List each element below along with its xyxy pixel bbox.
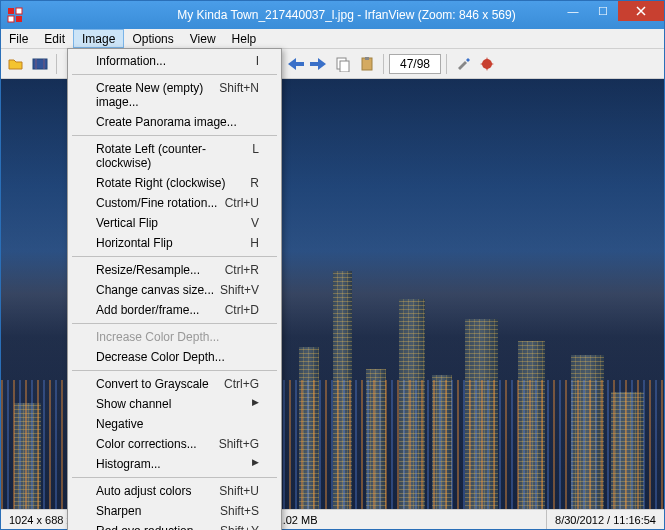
menu-separator: [72, 370, 277, 371]
app-icon: [7, 7, 23, 23]
copy-button[interactable]: [332, 53, 354, 75]
menu-separator: [72, 323, 277, 324]
menu-decrease-depth[interactable]: Decrease Color Depth...: [70, 347, 279, 367]
menu-rotate-right[interactable]: Rotate Right (clockwise)R: [70, 173, 279, 193]
open-button[interactable]: [5, 53, 27, 75]
toolbar-separator: [446, 54, 447, 74]
menu-custom-rotation[interactable]: Custom/Fine rotation...Ctrl+U: [70, 193, 279, 213]
menu-separator: [72, 135, 277, 136]
toolbar-separator: [383, 54, 384, 74]
menu-create-new[interactable]: Create New (empty) image...Shift+N: [70, 78, 279, 112]
menu-options[interactable]: Options: [124, 29, 181, 48]
svg-rect-6: [43, 59, 45, 69]
menu-rotate-left[interactable]: Rotate Left (counter-clockwise)L: [70, 139, 279, 173]
menu-histogram[interactable]: Histogram...▶: [70, 454, 279, 474]
menu-red-eye[interactable]: Red eye reduction (selection)Shift+Y: [70, 521, 279, 530]
menu-sharpen[interactable]: SharpenShift+S: [70, 501, 279, 521]
menu-help[interactable]: Help: [224, 29, 265, 48]
svg-rect-3: [16, 16, 22, 22]
menu-view[interactable]: View: [182, 29, 224, 48]
slideshow-button[interactable]: [29, 53, 51, 75]
window-controls: — ☐: [558, 1, 664, 21]
app-window: My Kinda Town_217440037_l.jpg - IrfanVie…: [0, 0, 665, 530]
image-menu-dropdown: Information...I Create New (empty) image…: [67, 48, 282, 530]
menu-separator: [72, 477, 277, 478]
next-button[interactable]: [308, 53, 330, 75]
status-datetime: 8/30/2012 / 11:16:54: [547, 510, 664, 529]
close-button[interactable]: [618, 1, 664, 21]
svg-rect-0: [8, 8, 14, 14]
tools-button[interactable]: [476, 53, 498, 75]
menubar: File Edit Image Options View Help: [1, 29, 664, 49]
svg-rect-8: [340, 61, 349, 72]
menu-separator: [72, 74, 277, 75]
svg-rect-5: [35, 59, 37, 69]
menu-create-panorama[interactable]: Create Panorama image...: [70, 112, 279, 132]
svg-rect-2: [8, 16, 14, 22]
menu-add-border[interactable]: Add border/frame...Ctrl+D: [70, 300, 279, 320]
titlebar[interactable]: My Kinda Town_217440037_l.jpg - IrfanVie…: [1, 1, 664, 29]
menu-image[interactable]: Image: [73, 29, 124, 48]
toolbar-separator: [56, 54, 57, 74]
submenu-arrow-icon: ▶: [252, 397, 259, 411]
prev-button[interactable]: [284, 53, 306, 75]
minimize-button[interactable]: —: [558, 1, 588, 21]
maximize-button[interactable]: ☐: [588, 1, 618, 21]
menu-information[interactable]: Information...I: [70, 51, 279, 71]
svg-point-11: [482, 59, 492, 69]
menu-edit[interactable]: Edit: [36, 29, 73, 48]
menu-auto-adjust[interactable]: Auto adjust colorsShift+U: [70, 481, 279, 501]
menu-horizontal-flip[interactable]: Horizontal FlipH: [70, 233, 279, 253]
menu-color-corrections[interactable]: Color corrections...Shift+G: [70, 434, 279, 454]
menu-show-channel[interactable]: Show channel▶: [70, 394, 279, 414]
settings-button[interactable]: [452, 53, 474, 75]
nav-counter[interactable]: 47/98: [389, 54, 441, 74]
svg-rect-1: [16, 8, 22, 14]
paste-button[interactable]: [356, 53, 378, 75]
menu-negative[interactable]: Negative: [70, 414, 279, 434]
submenu-arrow-icon: ▶: [252, 457, 259, 471]
menu-resize[interactable]: Resize/Resample...Ctrl+R: [70, 260, 279, 280]
svg-rect-10: [365, 57, 369, 60]
menu-file[interactable]: File: [1, 29, 36, 48]
menu-grayscale[interactable]: Convert to GrayscaleCtrl+G: [70, 374, 279, 394]
menu-canvas-size[interactable]: Change canvas size...Shift+V: [70, 280, 279, 300]
menu-separator: [72, 256, 277, 257]
menu-increase-depth: Increase Color Depth...: [70, 327, 279, 347]
menu-vertical-flip[interactable]: Vertical FlipV: [70, 213, 279, 233]
